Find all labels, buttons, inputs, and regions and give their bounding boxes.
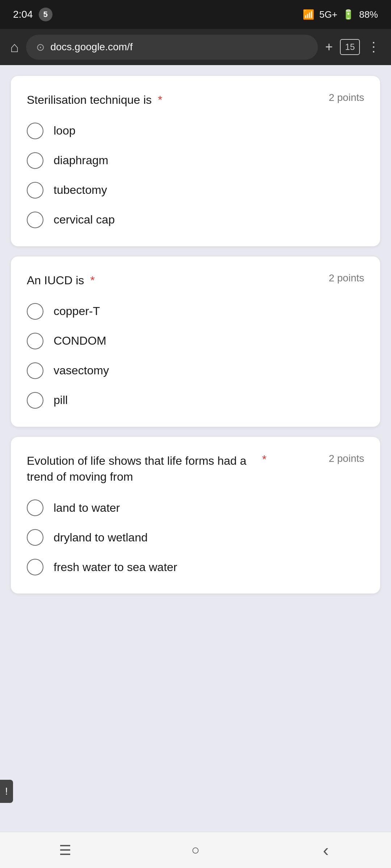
browser-menu-icon[interactable]: ⋮: [367, 39, 381, 55]
nav-menu-button[interactable]: ☰: [47, 832, 83, 868]
signal-icon: 📶: [303, 9, 314, 20]
points-label-2: 2 points: [329, 272, 364, 284]
radio-land-to-water[interactable]: [27, 499, 43, 516]
option-item[interactable]: pill: [27, 392, 364, 409]
option-label-dryland-to-wetland: dryland to wetland: [54, 531, 148, 544]
question-card-1: Sterilisation technique is * 2 points lo…: [11, 76, 380, 246]
option-label-cervical-cap: cervical cap: [54, 213, 115, 226]
radio-copper-t[interactable]: [27, 303, 43, 320]
radio-fresh-to-sea[interactable]: [27, 559, 43, 575]
home-nav-icon: ○: [192, 842, 200, 858]
feedback-icon: !: [5, 786, 8, 797]
option-label-condom: CONDOM: [54, 334, 106, 348]
radio-condom[interactable]: [27, 333, 43, 349]
home-icon[interactable]: ⌂: [10, 39, 19, 55]
url-text: docs.google.com/f: [50, 41, 133, 53]
question-card-3: Evolution of life shows that life forms …: [11, 437, 380, 594]
question-text-3: Evolution of life shows that life forms …: [27, 453, 256, 485]
feedback-button[interactable]: !: [0, 780, 13, 803]
menu-icon: ☰: [59, 842, 71, 858]
radio-diaphragm[interactable]: [27, 152, 43, 169]
back-icon: ‹: [323, 840, 329, 860]
status-bar: 2:04 5 📶 5G+ 🔋 88%: [0, 0, 391, 29]
points-label-3: 2 points: [321, 453, 364, 464]
radio-loop[interactable]: [27, 123, 43, 139]
question-header-2: An IUCD is * 2 points: [27, 272, 364, 289]
required-star-1: *: [155, 93, 162, 106]
required-star-2: *: [87, 274, 94, 287]
tab-count[interactable]: 15: [340, 39, 360, 55]
radio-dryland-to-wetland[interactable]: [27, 529, 43, 546]
nav-back-button[interactable]: ‹: [308, 832, 344, 868]
option-label-land-to-water: land to water: [54, 501, 120, 515]
option-item[interactable]: dryland to wetland: [27, 529, 364, 546]
option-label-tubectomy: tubectomy: [54, 183, 107, 197]
option-label-fresh-to-sea: fresh water to sea water: [54, 561, 177, 574]
option-item[interactable]: copper-T: [27, 303, 364, 320]
nav-home-button[interactable]: ○: [177, 832, 214, 868]
options-list-2: copper-T CONDOM vasectomy pill: [27, 303, 364, 409]
radio-cervical-cap[interactable]: [27, 212, 43, 228]
option-item[interactable]: diaphragm: [27, 152, 364, 169]
option-label-diaphragm: diaphragm: [54, 154, 108, 167]
option-item[interactable]: land to water: [27, 499, 364, 516]
option-label-vasectomy: vasectomy: [54, 364, 109, 377]
radio-tubectomy[interactable]: [27, 182, 43, 199]
points-label-1: 2 points: [329, 92, 364, 103]
question-header-3: Evolution of life shows that life forms …: [27, 453, 364, 485]
main-content: Sterilisation technique is * 2 points lo…: [0, 65, 391, 658]
option-item[interactable]: CONDOM: [27, 333, 364, 349]
option-item[interactable]: cervical cap: [27, 212, 364, 228]
bottom-navigation: ☰ ○ ‹: [0, 832, 391, 868]
radio-vasectomy[interactable]: [27, 362, 43, 379]
notification-badge: 5: [39, 8, 52, 21]
option-item[interactable]: vasectomy: [27, 362, 364, 379]
question-header-1: Sterilisation technique is * 2 points: [27, 92, 364, 108]
new-tab-icon[interactable]: +: [325, 39, 333, 55]
status-left: 2:04 5: [13, 8, 52, 21]
option-item[interactable]: loop: [27, 123, 364, 139]
option-item[interactable]: fresh water to sea water: [27, 559, 364, 575]
question-card-2: An IUCD is * 2 points copper-T CONDOM va…: [11, 256, 380, 427]
battery-level: 88%: [359, 9, 378, 20]
time-display: 2:04: [13, 9, 33, 20]
radio-pill[interactable]: [27, 392, 43, 409]
option-item[interactable]: tubectomy: [27, 182, 364, 199]
site-info-icon[interactable]: ⊙: [36, 41, 45, 53]
required-star-3: *: [262, 453, 266, 466]
option-label-loop: loop: [54, 124, 76, 137]
bottom-spacer: [11, 604, 380, 647]
browser-bar: ⌂ ⊙ docs.google.com/f + 15 ⋮: [0, 29, 391, 65]
question-text-2: An IUCD is *: [27, 272, 321, 289]
question-text-1: Sterilisation technique is *: [27, 92, 321, 108]
option-label-pill: pill: [54, 393, 68, 407]
status-right: 📶 5G+ 🔋 88%: [303, 9, 378, 20]
url-bar[interactable]: ⊙ docs.google.com/f: [26, 35, 318, 60]
options-list-1: loop diaphragm tubectomy cervical cap: [27, 123, 364, 228]
options-list-3: land to water dryland to wetland fresh w…: [27, 499, 364, 575]
network-type: 5G+: [319, 9, 337, 20]
option-label-copper-t: copper-T: [54, 305, 100, 318]
battery-icon: 🔋: [342, 9, 354, 20]
